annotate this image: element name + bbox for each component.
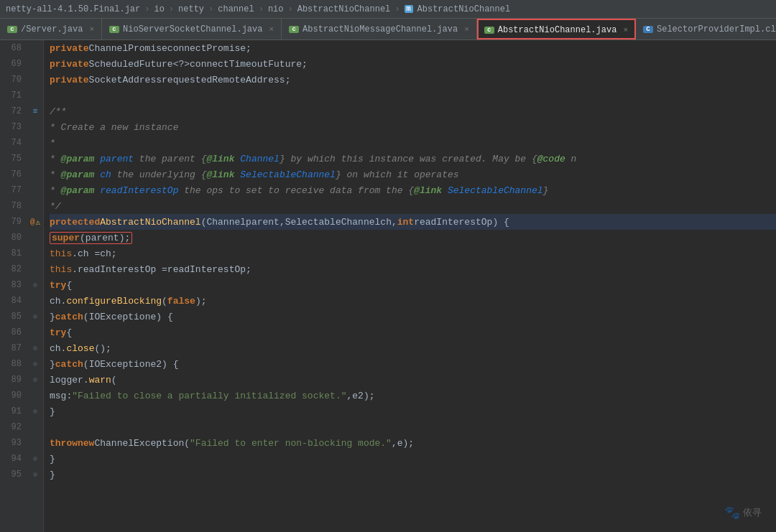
code-line-75: * @param parent the parent {@link Channe… [50,151,776,167]
tab-niochannel[interactable]: cNioServerSocketChannel.java× [102,19,282,39]
gutter-row-85: 85 [0,309,43,325]
code-line-68: private ChannelPromise connectPromise; [50,40,776,56]
gutter-row-78: 78 [0,198,43,214]
tab-close-server[interactable]: × [89,25,94,34]
gutter-row-88: 88 [0,356,43,372]
breadcrumb-jar: netty-all-4.1.50.Final.jar [6,4,140,14]
line-num-85: 85 [0,312,27,322]
tab-server[interactable]: c/Server.java× [0,19,102,39]
gutter-row-70: 70 [0,72,43,88]
line-num-81: 81 [0,248,27,258]
code-line-86: try { [50,325,776,340]
code-line-92 [50,419,776,435]
tab-selectorimpl[interactable]: CSelectorProviderImpl.class× [636,19,776,39]
code-line-71 [50,88,776,103]
breadcrumb-sep3: › [208,4,213,14]
code-line-77: * @param readInterestOp the ops to set t… [50,182,776,198]
code-line-73: * Create a new instance [50,119,776,135]
tab-abstractniochannel[interactable]: cAbstractNioChannel.java× [477,19,636,39]
breadcrumb-pkg4: nio [268,4,284,14]
line-markers-89 [27,378,43,382]
gutter-row-83: 83 [0,277,43,293]
code-line-87: ch.close(); [50,340,776,356]
gutter-row-73: 73 [0,119,43,135]
line-markers-72: ≡ [27,107,43,116]
tab-icon-abstractmsg: c [289,26,299,33]
gutter-row-86: 86 [0,325,43,340]
line-num-87: 87 [0,343,27,353]
gutter-row-92: 92 [0,419,43,435]
gutter-row-77: 77 [0,182,43,198]
gutter-row-69: 69 [0,56,43,72]
tab-close-abstractmsg[interactable]: × [464,25,469,34]
tab-label-niochannel: NioServerSocketChannel.java [123,24,262,34]
line-num-90: 90 [0,391,27,401]
breadcrumb-sep2: › [169,4,174,14]
tab-close-niochannel[interactable]: × [269,25,274,34]
code-line-90: msg: "Failed to close a partially initia… [50,388,776,403]
code-line-72: /** [50,103,776,119]
line-markers-87 [27,346,43,350]
gutter-row-76: 76 [0,167,43,182]
code-line-91: } [50,403,776,419]
marker-dot-83 [33,283,37,287]
tab-abstractmsg[interactable]: cAbstractNioMessageChannel.java× [282,19,477,39]
line-num-93: 93 [0,438,27,448]
breadcrumb-bar: netty-all-4.1.50.Final.jar › io › netty … [0,0,776,19]
line-num-86: 86 [0,327,27,337]
line-num-84: 84 [0,296,27,306]
gutter-row-72: 72≡ [0,103,43,119]
line-num-94: 94 [0,454,27,464]
gutter-row-94: 94 [0,451,43,467]
breadcrumb-method: AbstractNioChannel [417,4,511,14]
code-line-83: try { [50,277,776,293]
gutter-row-68: 68 [0,40,43,56]
marker-dot-88 [33,362,37,366]
code-line-70: private SocketAddress requestedRemoteAdd… [50,72,776,88]
code-line-85: } catch (IOException e) { [50,309,776,325]
line-num-89: 89 [0,375,27,385]
line-num-82: 82 [0,264,27,274]
breadcrumb-sep6: › [394,4,399,14]
gutter-row-87: 87 [0,340,43,356]
line-markers-91 [27,409,43,414]
gutter-row-80: 80 [0,230,43,246]
gutter-row-81: 81 [0,246,43,261]
code-line-82: this.readInterestOp = readInterestOp; [50,261,776,277]
line-num-80: 80 [0,233,27,243]
marker-dot-94 [33,457,37,461]
line-num-70: 70 [0,75,27,85]
gutter-row-75: 75 [0,151,43,167]
tab-label-abstractniochannel: AbstractNioChannel.java [498,25,617,35]
gutter-row-74: 74 [0,135,43,151]
line-num-72: 72 [0,106,27,116]
gutter-row-82: 82 [0,261,43,277]
marker-at-79: @ [30,218,35,226]
line-markers-88 [27,362,43,366]
tab-close-abstractniochannel[interactable]: × [623,26,628,34]
tab-bar: c/Server.java×cNioServerSocketChannel.ja… [0,19,776,40]
breadcrumb-sep4: › [259,4,264,14]
line-markers-83 [27,283,43,287]
code-line-88: } catch (IOException e2) { [50,356,776,372]
gutter-row-93: 93 [0,435,43,451]
line-num-79: 79 [0,217,27,227]
gutter-row-95: 95 [0,467,43,482]
line-markers-85 [27,314,43,319]
marker-bookmark-72: ≡ [33,107,38,116]
code-line-89: logger.warn( [50,372,776,388]
line-markers-95 [27,472,43,477]
line-num-92: 92 [0,422,27,432]
marker-dot-89 [33,378,37,382]
line-num-76: 76 [0,169,27,179]
line-num-78: 78 [0,201,27,211]
gutter-row-89: 89 [0,372,43,388]
tab-icon-server: c [7,26,17,33]
marker-warning-79: ⚠ [35,218,40,227]
breadcrumb-sep1: › [144,4,149,14]
code-line-84: ch.configureBlocking(false); [50,293,776,309]
code-line-79: protected AbstractNioChannel(Channel par… [50,214,776,230]
line-num-95: 95 [0,470,27,480]
line-num-74: 74 [0,138,27,148]
gutter-row-71: 71 [0,88,43,103]
